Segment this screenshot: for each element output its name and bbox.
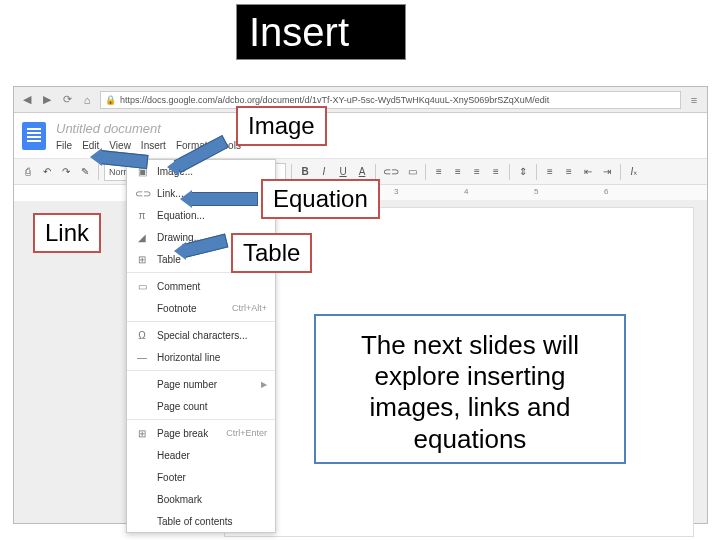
linespacing-icon[interactable]: ⇕ xyxy=(515,163,531,181)
underline-icon[interactable]: U xyxy=(335,163,351,181)
menu-item-icon: Ω xyxy=(135,330,149,341)
menu-icon[interactable]: ≡ xyxy=(687,93,701,107)
menu-item-page-number[interactable]: Page number▶ xyxy=(127,373,275,395)
arrow-to-insert-menu xyxy=(100,150,148,164)
menu-view[interactable]: View xyxy=(109,140,131,151)
reload-icon[interactable]: ⟳ xyxy=(60,93,74,107)
menu-item-horizontal-line[interactable]: —Horizontal line xyxy=(127,346,275,368)
arrow-image xyxy=(177,160,232,174)
menu-item-page-count[interactable]: Page count xyxy=(127,395,275,417)
docs-logo-icon xyxy=(22,122,46,150)
menu-item-table-of-contents[interactable]: Table of contents xyxy=(127,510,275,532)
menu-item-icon: ◢ xyxy=(135,232,149,243)
explanation-note: The next slides will explore inserting i… xyxy=(314,314,626,464)
arrow-equation xyxy=(190,192,258,206)
slide-title-badge: Insert xyxy=(236,4,406,60)
url-bar[interactable]: 🔒 https://docs.google.com/a/dcbo.org/doc… xyxy=(100,91,681,109)
callout-image: Image xyxy=(236,106,327,146)
menu-item-special-characters[interactable]: ΩSpecial characters... xyxy=(127,324,275,346)
numbered-list-icon[interactable]: ≡ xyxy=(542,163,558,181)
undo-icon[interactable]: ↶ xyxy=(39,163,55,181)
home-icon[interactable]: ⌂ xyxy=(80,93,94,107)
chevron-right-icon: ▶ xyxy=(261,380,267,389)
menu-item-label: Equation... xyxy=(157,210,267,221)
outdent-icon[interactable]: ⇤ xyxy=(580,163,596,181)
menu-item-icon: ▭ xyxy=(135,281,149,292)
menu-item-page-break[interactable]: ⊞Page breakCtrl+Enter xyxy=(127,422,275,444)
menu-item-label: Bookmark xyxy=(157,494,267,505)
menu-item-label: Footnote xyxy=(157,303,224,314)
menu-item-icon: π xyxy=(135,210,149,221)
italic-icon[interactable]: I xyxy=(316,163,332,181)
menu-item-label: Footer xyxy=(157,472,267,483)
redo-icon[interactable]: ↷ xyxy=(58,163,74,181)
menu-item-label: Special characters... xyxy=(157,330,267,341)
menu-item-comment[interactable]: ▭Comment xyxy=(127,275,275,297)
menu-item-footer[interactable]: Footer xyxy=(127,466,275,488)
menu-separator xyxy=(127,419,275,420)
menu-separator xyxy=(127,321,275,322)
menu-item-icon: — xyxy=(135,352,149,363)
menu-item-icon: ⊂⊃ xyxy=(135,188,149,199)
link-icon[interactable]: ⊂⊃ xyxy=(381,163,401,181)
callout-equation: Equation xyxy=(261,179,380,219)
url-text: https://docs.google.com/a/dcbo.org/docum… xyxy=(120,95,549,105)
menu-item-bookmark[interactable]: Bookmark xyxy=(127,488,275,510)
forward-icon[interactable]: ▶ xyxy=(40,93,54,107)
menu-item-label: Header xyxy=(157,450,267,461)
menu-item-header[interactable]: Header xyxy=(127,444,275,466)
menu-item-icon: ⊞ xyxy=(135,428,149,439)
menu-item-label: Comment xyxy=(157,281,267,292)
align-left-icon[interactable]: ≡ xyxy=(431,163,447,181)
align-right-icon[interactable]: ≡ xyxy=(469,163,485,181)
menu-file[interactable]: File xyxy=(56,140,72,151)
insert-dropdown-menu: ▣Image...⊂⊃Link...πEquation...◢Drawing..… xyxy=(126,159,276,533)
menu-insert[interactable]: Insert xyxy=(141,140,166,151)
callout-table: Table xyxy=(231,233,312,273)
print-icon[interactable]: ⎙ xyxy=(20,163,36,181)
align-justify-icon[interactable]: ≡ xyxy=(488,163,504,181)
document-title[interactable]: Untitled document xyxy=(56,121,241,136)
menu-item-label: Horizontal line xyxy=(157,352,267,363)
browser-toolbar: ◀ ▶ ⟳ ⌂ 🔒 https://docs.google.com/a/dcbo… xyxy=(14,87,707,113)
clear-format-icon[interactable]: Iₓ xyxy=(626,163,642,181)
menu-item-shortcut: Ctrl+Enter xyxy=(226,428,267,438)
menu-item-label: Page count xyxy=(157,401,267,412)
menu-item-shortcut: Ctrl+Alt+ xyxy=(232,303,267,313)
lock-icon: 🔒 xyxy=(105,95,116,105)
callout-link: Link xyxy=(33,213,101,253)
menu-item-label: Page number xyxy=(157,379,253,390)
textcolor-icon[interactable]: A xyxy=(354,163,370,181)
menu-item-icon: ⊞ xyxy=(135,254,149,265)
menu-item-equation[interactable]: πEquation... xyxy=(127,204,275,226)
menu-separator xyxy=(127,370,275,371)
arrow-table xyxy=(184,244,228,258)
comment-icon[interactable]: ▭ xyxy=(404,163,420,181)
menu-item-label: Table of contents xyxy=(157,516,267,527)
bold-icon[interactable]: B xyxy=(297,163,313,181)
align-center-icon[interactable]: ≡ xyxy=(450,163,466,181)
back-icon[interactable]: ◀ xyxy=(20,93,34,107)
bullet-list-icon[interactable]: ≡ xyxy=(561,163,577,181)
menu-item-footnote[interactable]: FootnoteCtrl+Alt+ xyxy=(127,297,275,319)
indent-icon[interactable]: ⇥ xyxy=(599,163,615,181)
menu-item-label: Page break xyxy=(157,428,218,439)
